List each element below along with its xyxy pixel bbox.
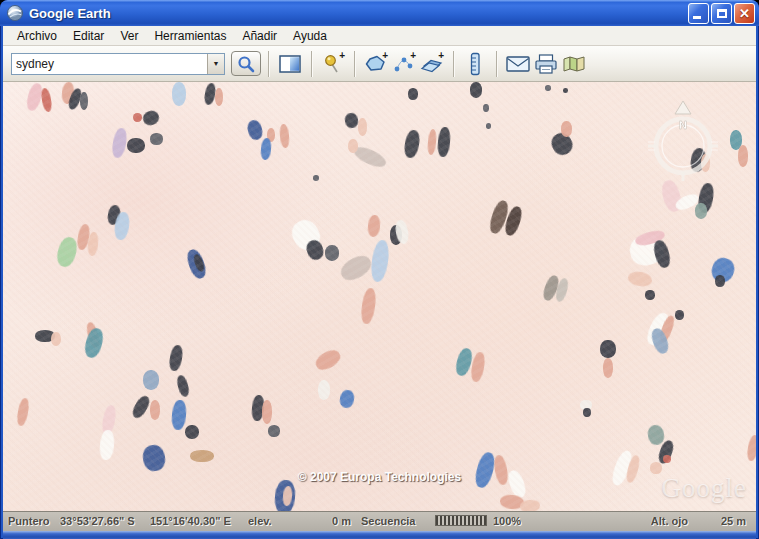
print-button[interactable] [532, 50, 560, 78]
beach-object-teal [82, 326, 105, 359]
ruler-button[interactable] [461, 50, 489, 78]
menu-bar: Archivo Editar Ver Herramientas Añadir A… [3, 26, 756, 46]
beach-object-white2 [318, 380, 330, 400]
beach-object-dark [185, 425, 199, 439]
beach-object-dark [652, 239, 673, 270]
status-bar: Puntero 33°53'27.66" S 151°16'40.30" E e… [3, 511, 756, 531]
imagery-copyright: © 2007 Europa Technologies [3, 470, 756, 484]
maximize-icon [717, 9, 727, 18]
magnifier-icon [236, 54, 256, 74]
beach-object-bluegray [143, 370, 159, 390]
toggle-sidebar-button[interactable] [276, 50, 304, 78]
earth-viewport[interactable]: N © 2007 Europa Technologies Google [3, 82, 756, 511]
menu-editar[interactable]: Editar [65, 27, 112, 45]
beach-object-darkgray [268, 425, 280, 437]
beach-object-red [663, 455, 671, 463]
beach-object-dark [563, 88, 568, 93]
beach-object-skin [262, 400, 272, 424]
beach-object-skinlight [627, 270, 653, 288]
map-icon [562, 55, 586, 73]
beach-object-dark [470, 82, 482, 98]
beach-object-red [133, 113, 142, 122]
beach-object-tan [190, 450, 214, 462]
beach-object-skin [215, 88, 223, 106]
view-in-google-maps-button[interactable] [560, 50, 588, 78]
toolbar-separator [311, 51, 312, 77]
beach-object-dark [675, 310, 684, 320]
email-button[interactable] [504, 50, 532, 78]
beach-object-darkgray [313, 175, 319, 181]
eye-altitude-value: 25 m [721, 515, 746, 527]
beach-object-skin [150, 400, 160, 420]
beach-object-dark [168, 344, 184, 372]
beach-object-white [99, 429, 116, 460]
beach-object-shadow [337, 251, 375, 284]
beach-object-dark [175, 374, 190, 398]
beach-object-skin [16, 397, 31, 426]
beach-object-navy [246, 119, 265, 142]
menu-herramientas[interactable]: Herramientas [146, 27, 234, 45]
google-earth-window: Google Earth ✕ Archivo Editar Ver Herram… [0, 0, 759, 539]
add-placemark-button[interactable]: + [319, 50, 347, 78]
beach-object-grayteal [695, 203, 707, 219]
google-watermark: Google [662, 473, 747, 504]
sidebar-icon [279, 55, 301, 73]
toolbar-separator [354, 51, 355, 77]
menu-ayuda[interactable]: Ayuda [285, 27, 335, 45]
beach-object-skin [313, 347, 344, 374]
minimize-button[interactable] [688, 3, 709, 24]
add-image-overlay-button[interactable]: + [418, 50, 446, 78]
beach-object-dark [645, 290, 655, 300]
maximize-button[interactable] [711, 3, 732, 24]
beach-object-darkgray [325, 245, 339, 261]
google-earth-logo-icon [6, 4, 24, 22]
beach-object-dark [583, 408, 591, 417]
beach-object-dark [715, 275, 725, 287]
beach-object-skin [746, 434, 756, 461]
streaming-progress-bars [435, 515, 487, 526]
beach-object-dark [344, 112, 359, 129]
search-input[interactable] [12, 54, 207, 74]
search-button[interactable] [231, 51, 261, 76]
close-icon: ✕ [739, 7, 750, 20]
beach-object-blue [260, 138, 272, 161]
search-dropdown-button[interactable]: ▼ [207, 54, 224, 74]
minimize-icon [693, 16, 701, 19]
beach-object-dark [127, 138, 145, 153]
beach-object-paleblue [369, 239, 391, 283]
envelope-icon [506, 56, 530, 72]
add-polygon-button[interactable]: + [362, 50, 390, 78]
elevation-label: elev. [248, 515, 272, 527]
beach-object-blue [171, 399, 188, 430]
compass-north-label: N [679, 119, 687, 131]
beach-object-skinlight [51, 332, 61, 346]
beach-object-skin [360, 287, 378, 324]
beach-object-skinlight [358, 118, 367, 136]
beach-object-skin [427, 129, 437, 156]
title-bar[interactable]: Google Earth ✕ [0, 0, 759, 26]
menu-anadir[interactable]: Añadir [234, 27, 285, 45]
compass-navigation[interactable]: N [645, 98, 721, 184]
beach-object-dark [600, 340, 616, 358]
streaming-percent: 100% [493, 515, 521, 527]
beach-object-dark [130, 394, 152, 421]
window-frame-bottom [3, 531, 756, 539]
beach-object-green [54, 235, 79, 269]
beach-object-navy [141, 443, 167, 472]
search-combobox: ▼ [11, 53, 225, 75]
toolbar: ▼ [3, 46, 756, 82]
streaming-label: Secuencia [361, 515, 415, 527]
elevation-value: 0 m [303, 515, 351, 527]
pointer-label: Puntero [8, 515, 50, 527]
beach-object-paleblue [172, 82, 186, 106]
close-button[interactable]: ✕ [734, 3, 755, 24]
menu-ver[interactable]: Ver [112, 27, 146, 45]
toolbar-separator [268, 51, 269, 77]
beach-object-darkgray [545, 85, 551, 91]
add-path-button[interactable]: + [390, 50, 418, 78]
menu-archivo[interactable]: Archivo [9, 27, 65, 45]
beach-object-skinlight [520, 499, 541, 511]
window-title: Google Earth [29, 6, 688, 21]
beach-object-dark [304, 238, 326, 262]
beach-object-darkgray [80, 92, 88, 110]
